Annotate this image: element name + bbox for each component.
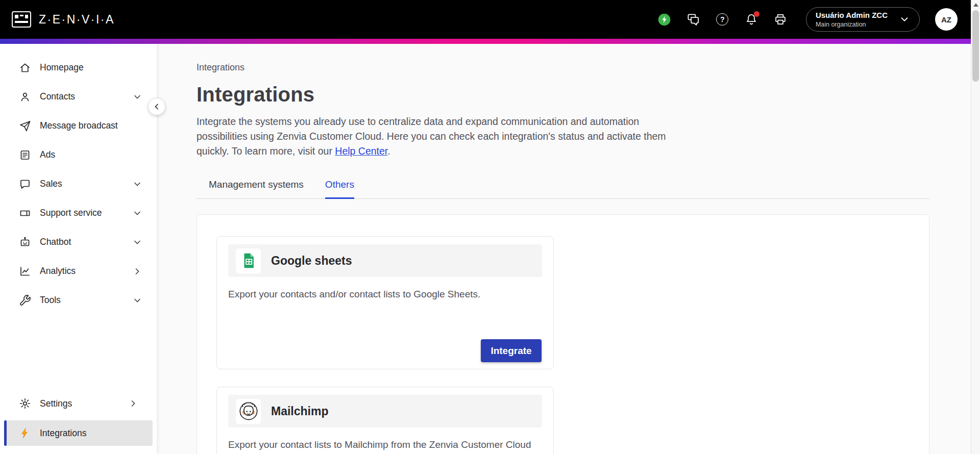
- sidebar-item-label: Integrations: [40, 428, 138, 439]
- top-bar: Z·E·N·V·I·A ?: [0, 0, 980, 39]
- sidebar-item-chatbot[interactable]: Chatbot: [0, 228, 157, 257]
- notifications-bell-icon[interactable]: [745, 13, 758, 27]
- chevron-down-icon: [132, 237, 142, 247]
- chevron-right-icon: [132, 266, 142, 276]
- chevron-right-icon: [128, 398, 138, 409]
- help-center-link[interactable]: Help Center: [335, 145, 387, 157]
- sidebar-item-settings[interactable]: Settings: [4, 391, 153, 416]
- support-icon: [18, 207, 32, 220]
- analytics-icon: [18, 265, 32, 278]
- contacts-icon: [18, 90, 32, 104]
- sidebar-item-support-service[interactable]: Support service: [0, 198, 157, 228]
- sidebar-item-label: Message broadcast: [40, 120, 142, 131]
- app-screen: Z·E·N·V·I·A ?: [0, 0, 980, 454]
- tab-others[interactable]: Others: [325, 179, 354, 199]
- ads-icon: [18, 148, 32, 162]
- brand: Z·E·N·V·I·A: [11, 11, 115, 28]
- sidebar-item-label: Homepage: [40, 62, 142, 73]
- sidebar-item-message-broadcast[interactable]: Message broadcast: [0, 111, 157, 140]
- integrate-button[interactable]: Integrate: [481, 339, 542, 362]
- sidebar-item-label: Chatbot: [40, 237, 132, 247]
- user-name: Usuário Admin ZCC: [816, 10, 888, 20]
- chevron-down-icon: [132, 179, 142, 189]
- integrations-panel: Google sheets Export your contacts and/o…: [197, 214, 929, 454]
- sidebar-bottom: Settings Integrations: [4, 391, 153, 446]
- sidebar-item-analytics[interactable]: Analytics: [0, 257, 157, 286]
- card-mailchimp: Mailchimp Export your contact lists to M…: [216, 387, 554, 454]
- tabs: Management systems Others: [197, 179, 929, 199]
- scrollbar-thumb[interactable]: [972, 10, 979, 82]
- chevron-down-icon: [899, 14, 910, 25]
- page-scrollbar[interactable]: [971, 0, 980, 454]
- printer-icon[interactable]: [774, 13, 788, 27]
- gear-icon: [18, 397, 32, 410]
- page-intro: Integrate the systems you already use to…: [197, 114, 667, 159]
- sidebar-item-label: Analytics: [40, 266, 132, 276]
- sidebar-item-label: Contacts: [40, 91, 132, 102]
- chevron-left-icon: [152, 102, 162, 112]
- org-name: Main organization: [816, 20, 888, 29]
- org-selector-texts: Usuário Admin ZCC Main organization: [816, 10, 888, 29]
- sales-icon: [18, 178, 32, 191]
- help-icon[interactable]: ?: [716, 13, 729, 27]
- chatbot-icon: [18, 236, 32, 249]
- sidebar-collapse-button[interactable]: [148, 98, 165, 115]
- chevron-down-icon: [132, 92, 142, 102]
- top-bar-actions: ? Usuário Admin ZCC Main org: [657, 7, 958, 32]
- send-icon: [18, 119, 32, 133]
- sidebar-item-label: Support service: [40, 208, 132, 218]
- chevron-down-icon: [132, 208, 142, 218]
- card-description: Export your contacts and/or contact list…: [228, 287, 542, 301]
- sidebar-item-integrations[interactable]: Integrations: [4, 420, 153, 446]
- lightning-icon: [18, 426, 32, 440]
- brand-name: Z·E·N·V·I·A: [39, 13, 115, 27]
- home-icon: [18, 61, 32, 74]
- brand-gradient-bar: [0, 39, 980, 44]
- mailchimp-icon: [236, 399, 261, 424]
- chevron-down-icon: [132, 295, 142, 306]
- card-title: Google sheets: [271, 254, 352, 268]
- main-content: Integrations Integrations Integrate the …: [157, 44, 980, 454]
- card-title: Mailchimp: [271, 405, 328, 418]
- conversations-icon[interactable]: [687, 13, 700, 27]
- page-title: Integrations: [197, 83, 929, 106]
- breadcrumb: Integrations: [197, 62, 929, 73]
- sidebar-item-label: Sales: [40, 179, 132, 189]
- sidebar-item-label: Settings: [40, 398, 128, 409]
- intro-suffix: .: [387, 145, 390, 157]
- card-description: Export your contact lists to Mailchimp f…: [228, 438, 542, 454]
- org-selector[interactable]: Usuário Admin ZCC Main organization: [806, 7, 920, 32]
- sidebar-item-ads[interactable]: Ads: [0, 140, 157, 169]
- intro-text: Integrate the systems you already use to…: [197, 116, 666, 157]
- scroll-up-arrow-icon[interactable]: [973, 3, 978, 7]
- help-glyph: ?: [716, 13, 728, 26]
- avatar[interactable]: AZ: [935, 8, 958, 31]
- sidebar: Homepage Contacts Message broadcast: [0, 44, 157, 454]
- google-sheets-icon: [236, 248, 261, 273]
- tools-icon: [18, 294, 32, 307]
- zenvia-logo-icon: [11, 11, 32, 28]
- sidebar-item-sales[interactable]: Sales: [0, 169, 157, 198]
- sidebar-nav: Homepage Contacts Message broadcast: [0, 44, 157, 315]
- card-google-sheets: Google sheets Export your contacts and/o…: [216, 236, 554, 369]
- card-header: Google sheets: [228, 244, 542, 277]
- sidebar-item-label: Tools: [40, 295, 132, 306]
- tab-management-systems[interactable]: Management systems: [209, 179, 304, 198]
- sidebar-item-tools[interactable]: Tools: [0, 286, 157, 315]
- notification-badge: [754, 11, 760, 17]
- sidebar-item-contacts[interactable]: Contacts: [0, 82, 157, 111]
- sidebar-item-label: Ads: [40, 149, 142, 160]
- integration-cards: Google sheets Export your contacts and/o…: [216, 236, 910, 454]
- status-lightning-icon[interactable]: [657, 13, 671, 27]
- sidebar-item-homepage[interactable]: Homepage: [0, 53, 157, 82]
- card-header: Mailchimp: [228, 395, 542, 427]
